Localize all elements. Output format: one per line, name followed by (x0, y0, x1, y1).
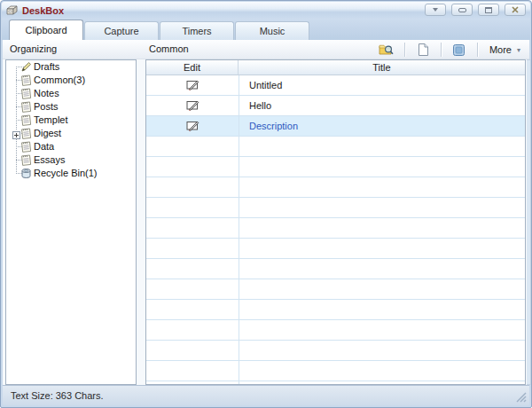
column-header-title[interactable]: Title (239, 60, 525, 75)
tab-music[interactable]: Music (235, 21, 309, 40)
search-folder-icon (379, 43, 394, 56)
edit-cell[interactable] (146, 116, 239, 136)
sidebar-item-label: Common(3) (34, 75, 85, 85)
app-window: DeskBox ClipboardCaptureTimersMusic Orga… (0, 0, 532, 408)
deskbox-icon (6, 4, 19, 16)
expand-toggle[interactable] (12, 129, 20, 137)
toolbar-separator (477, 43, 478, 57)
edit-icon (186, 100, 200, 111)
close-icon (512, 6, 519, 13)
list-row-1[interactable]: Untitled (146, 75, 525, 96)
notepad-icon (20, 88, 32, 99)
sidebar-item-digest[interactable]: Digest (6, 127, 136, 140)
toolbar-separator (404, 43, 405, 57)
minimize-button[interactable] (451, 4, 473, 16)
sidebar-tree: DraftsCommon(3)NotesPostsTempletDigestDa… (6, 60, 136, 384)
new-document-icon (418, 43, 428, 56)
sidebar-item-label: Posts (34, 101, 59, 112)
toolbar-icons (372, 41, 474, 59)
content-area: Organizing Common More ▾ DraftsCommon(3)… (3, 40, 529, 386)
sidebar-item-posts[interactable]: Posts (6, 100, 136, 114)
window-title: DeskBox (22, 5, 64, 16)
new-document-button[interactable] (408, 41, 438, 59)
minimize-icon (458, 8, 466, 12)
title-bar[interactable]: DeskBox (2, 2, 530, 19)
column-divider (239, 75, 239, 384)
window-controls (425, 4, 526, 16)
pen-icon (20, 61, 32, 73)
sidebar-item-label: Drafts (34, 61, 59, 72)
toolbar-separator (441, 43, 442, 57)
sidebar-header: Organizing (10, 43, 57, 54)
resize-grip[interactable] (515, 391, 527, 403)
maximize-button[interactable] (478, 4, 499, 16)
edit-icon (186, 121, 200, 131)
tab-timers[interactable]: Timers (160, 21, 234, 40)
sidebar-panel: DraftsCommon(3)NotesPostsTempletDigestDa… (5, 59, 137, 385)
vertical-scrollbar[interactable] (527, 59, 531, 385)
chevron-down-icon: ▾ (517, 46, 520, 54)
maximize-icon (485, 7, 492, 13)
tab-bar: ClipboardCaptureTimersMusic (2, 19, 530, 40)
notepad-icon (20, 128, 32, 139)
sidebar-item-label: Recycle Bin(1) (34, 168, 98, 178)
notepad-icon (20, 101, 32, 113)
sidebar-item-templet[interactable]: Templet (6, 114, 136, 127)
list-panel: Edit Title UntitledHelloDescription (145, 59, 526, 385)
more-button[interactable]: More ▾ (481, 41, 526, 59)
notepad-icon (20, 75, 32, 86)
list-row-3[interactable]: Description (146, 116, 525, 137)
edit-cell[interactable] (146, 96, 239, 115)
sidebar-item-label: Essays (34, 154, 65, 165)
list-row-2[interactable]: Hello (146, 96, 525, 116)
search-folder-button[interactable] (372, 41, 402, 59)
tab-capture[interactable]: Capture (84, 21, 159, 40)
rows-area: UntitledHelloDescription (146, 75, 525, 384)
sidebar-item-label: Data (34, 141, 54, 152)
notepad-icon (20, 114, 32, 126)
sidebar-item-notes[interactable]: Notes (6, 87, 136, 100)
sidebar-item-common-3[interactable]: Common(3) (6, 74, 136, 87)
sidebar-item-drafts[interactable]: Drafts (6, 60, 136, 74)
chevron-down-icon (432, 7, 439, 12)
title-cell: Hello (239, 96, 525, 115)
tab-clipboard[interactable]: Clipboard (9, 20, 83, 40)
title-cell: Description (239, 116, 525, 136)
title-cell: Untitled (239, 75, 525, 95)
recycle-bin-icon (20, 168, 32, 179)
toolbar: More ▾ (372, 41, 526, 59)
header-row: Organizing Common More ▾ (3, 40, 529, 59)
more-label: More (489, 44, 512, 55)
column-headers: Edit Title (146, 60, 525, 75)
edit-cell[interactable] (146, 75, 239, 95)
app-window-button[interactable] (444, 41, 474, 59)
sidebar-item-label: Templet (34, 114, 68, 125)
notepad-icon (20, 141, 32, 153)
status-bar: Text Size: 363 Chars. (3, 385, 529, 405)
sidebar-item-recycle-bin-1[interactable]: Recycle Bin(1) (6, 167, 136, 180)
main-header: Common (149, 43, 189, 54)
sidebar-item-label: Notes (34, 88, 59, 98)
notepad-icon (20, 154, 32, 166)
app-window-icon (453, 44, 465, 56)
sidebar-item-essays[interactable]: Essays (6, 153, 136, 167)
rollup-button[interactable] (425, 4, 446, 16)
sidebar-item-data[interactable]: Data (6, 140, 136, 153)
status-text: Text Size: 363 Chars. (11, 390, 104, 401)
close-button[interactable] (505, 4, 526, 16)
edit-icon (186, 80, 200, 90)
column-header-edit[interactable]: Edit (146, 60, 239, 75)
sidebar-item-label: Digest (34, 128, 61, 138)
